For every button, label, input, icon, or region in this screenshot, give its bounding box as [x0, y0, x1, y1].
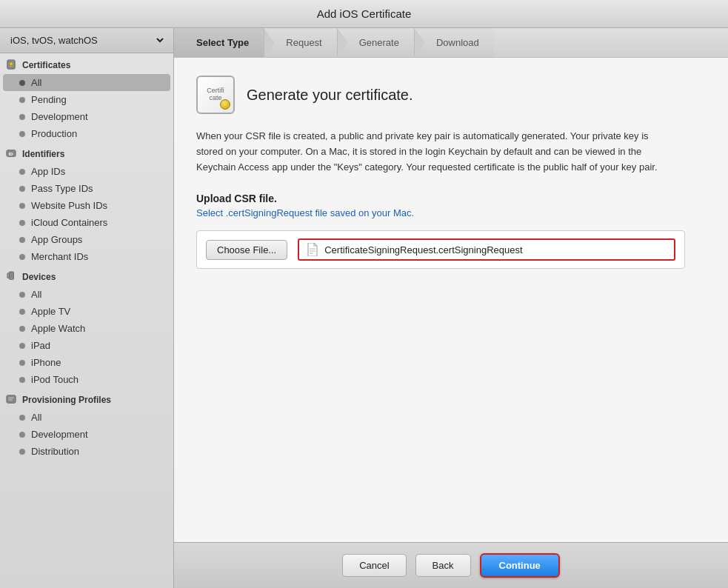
dot-icon [19, 254, 25, 260]
steps-bar: Select Type Request Generate Download [174, 28, 728, 58]
sidebar-item-label: Distribution [31, 446, 79, 457]
step-label: Generate [359, 37, 399, 48]
svg-point-1 [10, 62, 13, 65]
upload-subtitle-plain: Select [196, 207, 226, 218]
back-button[interactable]: Back [415, 554, 471, 577]
sidebar: iOS, tvOS, watchOS macOS Certificates Al… [0, 28, 174, 588]
certificates-heading: Certificates [22, 60, 70, 70]
sidebar-item-merchant-ids[interactable]: Merchant IDs [0, 248, 173, 265]
devices-section-icon [6, 271, 18, 283]
sidebar-item-label: Apple Watch [31, 323, 85, 334]
sidebar-item-label: All [31, 77, 41, 88]
sidebar-item-provisioning-distribution[interactable]: Distribution [0, 443, 173, 460]
page-header: Certificate Generate your certificate. [196, 76, 706, 114]
dot-icon [19, 97, 25, 103]
sidebar-item-iphone[interactable]: iPhone [0, 354, 173, 371]
dot-icon [19, 80, 25, 86]
continue-button[interactable]: Continue [480, 553, 560, 578]
dot-icon [19, 360, 25, 366]
sidebar-item-label: iCloud Containers [31, 217, 107, 228]
sidebar-item-app-ids[interactable]: App IDs [0, 163, 173, 180]
page-heading: Generate your certificate. [247, 87, 413, 104]
certificate-section-icon [6, 59, 18, 71]
content-area: Select Type Request Generate Download Ce… [174, 28, 728, 588]
sidebar-item-label: iPad [31, 340, 50, 351]
file-icon [307, 243, 318, 256]
cancel-button[interactable]: Cancel [342, 554, 406, 577]
sidebar-item-app-groups[interactable]: App Groups [0, 231, 173, 248]
sidebar-item-devices-all[interactable]: All [0, 286, 173, 303]
sidebar-item-label: Merchant IDs [31, 251, 88, 262]
sidebar-item-apple-tv[interactable]: Apple TV [0, 303, 173, 320]
step-download: Download [414, 28, 494, 57]
sidebar-item-label: App IDs [31, 166, 65, 177]
svg-rect-8 [7, 395, 16, 404]
dot-icon [19, 114, 25, 120]
certificates-section-header: Certificates [0, 53, 173, 74]
sidebar-item-apple-watch[interactable]: Apple Watch [0, 320, 173, 337]
sidebar-item-certs-all[interactable]: All [3, 74, 170, 91]
file-display: CertificateSigningRequest.certSigningReq… [298, 238, 675, 261]
sidebar-item-certs-pending[interactable]: Pending [0, 91, 173, 108]
svg-rect-6 [10, 278, 13, 279]
bottom-bar: Cancel Back Continue [174, 542, 728, 588]
description-text: When your CSR file is created, a public … [196, 129, 670, 175]
devices-heading: Devices [22, 272, 56, 282]
dot-icon [19, 220, 25, 226]
dot-icon [19, 343, 25, 349]
main-container: iOS, tvOS, watchOS macOS Certificates Al… [0, 28, 728, 588]
upload-title: Upload CSR file. [196, 193, 706, 204]
step-label: Select Type [196, 37, 249, 48]
cert-badge-icon [220, 99, 230, 110]
sidebar-item-label: Development [31, 429, 88, 440]
sidebar-item-label: Pass Type IDs [31, 183, 93, 194]
certificate-icon: Certificate [196, 76, 235, 114]
dot-icon [19, 203, 25, 209]
sidebar-item-ipad[interactable]: iPad [0, 337, 173, 354]
dot-icon [19, 326, 25, 332]
dot-icon [19, 449, 25, 455]
file-name: CertificateSigningRequest.certSigningReq… [324, 244, 522, 255]
sidebar-item-label: Website Push IDs [31, 200, 107, 211]
title-bar: Add iOS Certificate [0, 0, 728, 28]
svg-text:ID: ID [9, 151, 14, 156]
upload-subtitle-end: file saved on your Mac. [313, 207, 414, 218]
dot-icon [19, 186, 25, 192]
devices-section-header: Devices [0, 265, 173, 286]
content-body: Certificate Generate your certificate. W… [174, 58, 728, 542]
sidebar-item-website-push-ids[interactable]: Website Push IDs [0, 197, 173, 214]
platform-selector[interactable]: iOS, tvOS, watchOS macOS [0, 28, 173, 53]
sidebar-item-pass-type-ids[interactable]: Pass Type IDs [0, 180, 173, 197]
dot-icon [19, 169, 25, 175]
dot-icon [19, 131, 25, 137]
sidebar-item-label: iPhone [31, 357, 61, 368]
dot-icon [19, 415, 25, 421]
provisioning-section-header: Provisioning Profiles [0, 388, 173, 409]
sidebar-item-provisioning-development[interactable]: Development [0, 426, 173, 443]
sidebar-item-label: iPod Touch [31, 374, 79, 385]
dot-icon [19, 292, 25, 298]
sidebar-item-label: Pending [31, 94, 67, 105]
dot-icon [19, 309, 25, 315]
svg-rect-7 [7, 273, 10, 278]
step-label: Request [286, 37, 321, 48]
sidebar-item-icloud-containers[interactable]: iCloud Containers [0, 214, 173, 231]
step-label: Download [436, 37, 479, 48]
sidebar-item-certs-production[interactable]: Production [0, 125, 173, 142]
upload-subtitle-link: .certSigningRequest [226, 207, 313, 218]
sidebar-item-label: App Groups [31, 234, 82, 245]
step-select-type: Select Type [174, 28, 264, 57]
sidebar-item-label: All [31, 289, 41, 300]
sidebar-item-ipod-touch[interactable]: iPod Touch [0, 371, 173, 388]
step-generate: Generate [337, 28, 414, 57]
dot-icon [19, 432, 25, 438]
choose-file-button[interactable]: Choose File... [206, 240, 287, 260]
step-request: Request [264, 28, 336, 57]
page-title: Add iOS Certificate [317, 7, 412, 20]
provisioning-heading: Provisioning Profiles [22, 395, 111, 405]
sidebar-item-certs-development[interactable]: Development [0, 108, 173, 125]
id-section-icon: ID [6, 148, 18, 160]
sidebar-item-provisioning-all[interactable]: All [0, 409, 173, 426]
identifiers-heading: Identifiers [22, 149, 64, 159]
platform-dropdown[interactable]: iOS, tvOS, watchOS macOS [7, 34, 166, 47]
